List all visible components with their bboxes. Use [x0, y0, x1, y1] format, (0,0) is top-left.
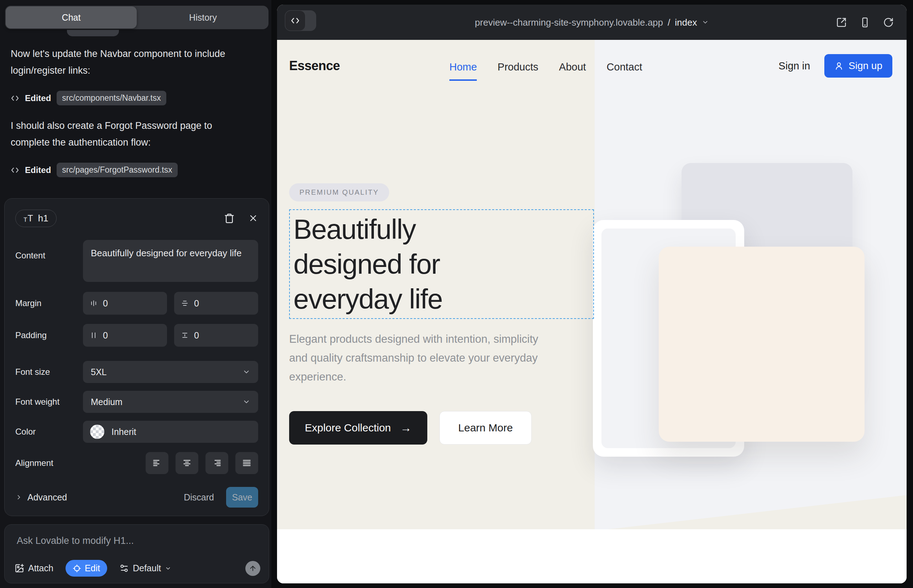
hero-badge: PREMIUM QUALITY	[289, 183, 389, 202]
user-icon	[834, 61, 843, 71]
decor-card-cream	[659, 247, 864, 442]
code-preview-toggle[interactable]	[285, 10, 316, 31]
tab-history[interactable]: History	[138, 6, 269, 29]
sign-up-button[interactable]: Sign up	[824, 54, 892, 78]
composer-toolbar: Attach Edit Default	[15, 560, 260, 577]
align-center-button[interactable]	[176, 452, 198, 474]
element-editor-panel: TT h1 Content Beautifully designed	[4, 198, 269, 516]
settings-sliders-icon	[119, 564, 129, 573]
nav-link-products[interactable]: Products	[497, 61, 538, 81]
url-separator: /	[668, 17, 670, 28]
mobile-view-button[interactable]	[860, 17, 870, 28]
margin-row: Margin 0 0	[15, 292, 258, 315]
site-brand: Essence	[289, 58, 340, 73]
discard-button[interactable]: Discard	[184, 492, 214, 502]
mode-selector[interactable]: Default	[119, 563, 171, 573]
color-label: Color	[15, 427, 36, 437]
chevron-down-icon	[701, 19, 709, 26]
lovable-workspace: Chat History Now let's update the Navbar…	[0, 0, 913, 588]
site-nav-links: Home Products About Contact	[449, 61, 643, 81]
chat-history-tabbar: Chat History	[5, 6, 269, 29]
transparency-swatch-icon	[90, 425, 104, 439]
align-right-icon	[212, 459, 222, 468]
selected-h1-element[interactable]: Beautifully designed for everyday life	[289, 209, 594, 319]
send-button[interactable]	[245, 561, 260, 576]
padding-row: Padding 0 0	[15, 324, 258, 347]
file-chip[interactable]: src/components/Navbar.tsx	[57, 91, 166, 105]
align-left-icon	[152, 459, 162, 468]
padding-x-input[interactable]: 0	[83, 324, 167, 347]
padding-y-input[interactable]: 0	[174, 324, 258, 347]
image-plus-icon	[15, 564, 24, 573]
alignment-row: Alignment	[15, 452, 258, 474]
margin-x-input[interactable]: 0	[83, 292, 167, 315]
margin-y-input[interactable]: 0	[174, 292, 258, 315]
nav-link-about[interactable]: About	[559, 61, 586, 81]
align-justify-icon	[242, 459, 251, 468]
font-size-label: Font size	[15, 367, 50, 377]
chat-input[interactable]: Ask Lovable to modify H1...	[17, 535, 257, 546]
margin-vertical-icon	[181, 300, 188, 307]
chevron-down-icon	[243, 368, 250, 376]
align-justify-button[interactable]	[235, 452, 258, 474]
alignment-label: Alignment	[15, 458, 53, 468]
editor-footer: Advanced Discard Save	[15, 487, 258, 507]
editor-header: TT h1	[15, 207, 258, 229]
tab-chat[interactable]: Chat	[6, 6, 137, 29]
align-center-icon	[182, 459, 191, 468]
code-icon	[11, 94, 19, 102]
hero-paragraph: Elegant products designed with intention…	[289, 330, 538, 386]
content-input[interactable]: Beautifully designed for everyday life	[83, 240, 258, 282]
align-right-button[interactable]	[206, 452, 228, 474]
font-weight-select[interactable]: Medium	[83, 391, 258, 413]
smartphone-icon	[860, 17, 870, 28]
padding-horizontal-icon	[90, 332, 97, 339]
advanced-toggle[interactable]: Advanced	[15, 492, 67, 502]
explore-collection-button[interactable]: Explore Collection →	[289, 411, 427, 444]
file-chip[interactable]: src/pages/ForgotPassword.tsx	[57, 163, 177, 177]
font-size-row: Font size 5XL	[15, 361, 258, 383]
preview-url[interactable]: preview--charming-site-symphony.lovable.…	[475, 17, 709, 28]
color-row: Color Inherit	[15, 421, 258, 443]
content-label: Content	[15, 240, 45, 260]
close-editor-button[interactable]	[248, 213, 258, 223]
site-nav-auth: Sign in Sign up	[779, 54, 892, 78]
refresh-icon	[883, 17, 894, 28]
align-left-button[interactable]	[146, 452, 168, 474]
chat-sidebar: Chat History Now let's update the Navbar…	[0, 0, 271, 588]
learn-more-button[interactable]: Learn More	[439, 411, 532, 444]
font-weight-row: Font weight Medium	[15, 391, 258, 413]
url-page: index	[675, 17, 697, 28]
attach-button[interactable]: Attach	[15, 563, 53, 573]
save-button[interactable]: Save	[226, 487, 258, 507]
chevron-down-icon	[165, 565, 171, 572]
trash-icon	[224, 213, 235, 223]
sign-in-button[interactable]: Sign in	[779, 60, 810, 72]
chevron-down-icon	[243, 398, 250, 406]
edit-mode-button[interactable]: Edit	[66, 560, 107, 577]
crosshair-icon	[73, 564, 81, 573]
padding-vertical-icon	[181, 332, 188, 339]
arrow-up-icon	[249, 564, 257, 572]
assistant-message: Now let's update the Navbar component to…	[11, 45, 239, 79]
content-row: Content Beautifully designed for everyda…	[15, 240, 258, 282]
edited-file-row: Edited src/pages/ForgotPassword.tsx	[11, 163, 178, 177]
preview-actions	[836, 17, 894, 28]
nav-link-home[interactable]: Home	[449, 61, 477, 81]
truncated-chip	[67, 30, 119, 36]
padding-label: Padding	[15, 330, 47, 340]
url-domain: preview--charming-site-symphony.lovable.…	[475, 17, 663, 28]
open-external-button[interactable]	[836, 17, 847, 28]
color-select[interactable]: Inherit	[83, 421, 258, 443]
delete-element-button[interactable]	[224, 213, 235, 223]
chat-composer: Ask Lovable to modify H1... Attach Edit	[4, 524, 269, 583]
nav-link-contact[interactable]: Contact	[607, 61, 643, 81]
edited-label: Edited	[25, 165, 51, 175]
refresh-button[interactable]	[883, 17, 894, 28]
font-size-select[interactable]: 5XL	[83, 361, 258, 383]
site-canvas: Essence Home Products About Contact Sign…	[277, 40, 907, 583]
external-link-icon	[836, 17, 847, 28]
element-tag-chip: TT h1	[15, 210, 57, 227]
close-icon	[248, 213, 258, 223]
site-navbar: Essence Home Products About Contact Sign…	[277, 40, 907, 97]
